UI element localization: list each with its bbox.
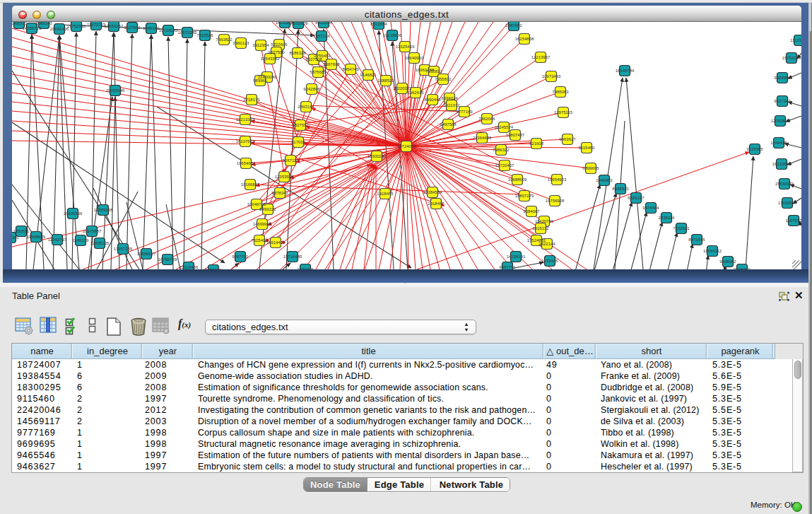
svg-text:10973493: 10973493 <box>542 74 561 78</box>
svg-text:8454749: 8454749 <box>342 67 359 71</box>
svg-text:15692971: 15692971 <box>775 182 794 186</box>
svg-text:16033809: 16033809 <box>289 22 308 25</box>
svg-text:1850511: 1850511 <box>13 229 30 233</box>
svg-text:19752318: 19752318 <box>67 24 86 28</box>
svg-text:1232346: 1232346 <box>205 268 222 269</box>
svg-text:10975887: 10975887 <box>83 229 102 233</box>
svg-text:17957255: 17957255 <box>114 247 133 251</box>
svg-text:16543382: 16543382 <box>261 57 280 61</box>
svg-text:10654112: 10654112 <box>703 249 722 253</box>
svg-text:7663822: 7663822 <box>216 37 233 42</box>
svg-text:1615132: 1615132 <box>532 226 549 230</box>
svg-text:3660123: 3660123 <box>233 41 249 45</box>
svg-text:3912954: 3912954 <box>252 43 269 47</box>
svg-text:16154808: 16154808 <box>515 37 534 41</box>
svg-text:1733426: 1733426 <box>541 259 558 263</box>
svg-text:10719185: 10719185 <box>159 28 178 33</box>
svg-text:10671385: 10671385 <box>178 30 197 35</box>
svg-text:1405571: 1405571 <box>12 22 28 25</box>
svg-text:2755461: 2755461 <box>314 54 331 58</box>
svg-text:10653267: 10653267 <box>105 24 124 28</box>
svg-text:18807279: 18807279 <box>515 194 534 198</box>
svg-text:9329996: 9329996 <box>774 76 791 80</box>
svg-text:8186328: 8186328 <box>289 51 306 55</box>
svg-text:5493222: 5493222 <box>259 207 276 211</box>
svg-text:16914479: 16914479 <box>266 240 286 245</box>
svg-text:13325419: 13325419 <box>396 45 415 49</box>
svg-text:15720407: 15720407 <box>495 163 514 168</box>
svg-text:11072733: 11072733 <box>87 23 106 27</box>
svg-text:12323466: 12323466 <box>180 265 199 269</box>
svg-text:19654923: 19654923 <box>548 177 567 182</box>
svg-text:6899695: 6899695 <box>582 166 599 170</box>
svg-text:8990443: 8990443 <box>424 98 441 102</box>
svg-text:7632621: 7632621 <box>673 226 690 230</box>
svg-text:2367608: 2367608 <box>323 62 340 66</box>
svg-text:9245652: 9245652 <box>719 259 736 264</box>
svg-text:1145139: 1145139 <box>73 238 90 243</box>
svg-text:9242848: 9242848 <box>303 87 320 91</box>
svg-text:3915301: 3915301 <box>12 235 19 240</box>
svg-text:9245652: 9245652 <box>734 267 751 269</box>
svg-text:8813054: 8813054 <box>315 22 332 25</box>
svg-text:6466160: 6466160 <box>143 26 160 30</box>
svg-text:10807487: 10807487 <box>506 133 525 137</box>
svg-text:9457791: 9457791 <box>232 255 249 259</box>
svg-text:1167533: 1167533 <box>786 218 801 223</box>
svg-text:1362615: 1362615 <box>407 90 424 95</box>
svg-text:1440953: 1440953 <box>596 178 613 182</box>
svg-text:3215955: 3215955 <box>746 147 763 151</box>
svg-text:16782759: 16782759 <box>158 257 177 262</box>
svg-text:8938923: 8938923 <box>612 187 629 191</box>
svg-text:6934024: 6934024 <box>441 96 458 100</box>
svg-text:7986322: 7986322 <box>493 148 510 152</box>
svg-text:7515526: 7515526 <box>196 33 213 37</box>
svg-text:9474444: 9474444 <box>642 206 659 210</box>
svg-text:19166827: 19166827 <box>241 182 260 187</box>
svg-text:17016504: 17016504 <box>778 201 797 205</box>
svg-text:5875685: 5875685 <box>310 70 326 74</box>
svg-text:621608: 621608 <box>529 141 544 146</box>
svg-text:9463627: 9463627 <box>559 137 576 141</box>
svg-text:7485063: 7485063 <box>552 90 569 94</box>
svg-text:2087682: 2087682 <box>505 23 522 28</box>
svg-text:5322605: 5322605 <box>271 42 288 47</box>
svg-text:9115460: 9115460 <box>579 146 596 150</box>
svg-text:19218906: 19218906 <box>383 33 402 37</box>
svg-text:21364436: 21364436 <box>473 136 492 140</box>
svg-text:20206536: 20206536 <box>64 211 83 216</box>
svg-text:317004: 317004 <box>291 140 306 144</box>
svg-text:16107553: 16107553 <box>236 139 255 144</box>
svg-text:1527602: 1527602 <box>124 25 141 30</box>
svg-text:9146821: 9146821 <box>360 73 377 77</box>
svg-text:1621072: 1621072 <box>443 103 460 107</box>
svg-text:14699948: 14699948 <box>253 222 272 226</box>
svg-text:1733426: 1733426 <box>297 267 314 269</box>
svg-text:20053346: 20053346 <box>106 88 125 93</box>
svg-text:2935114: 2935114 <box>659 216 676 220</box>
svg-text:12093822: 12093822 <box>771 119 790 123</box>
svg-text:9457791: 9457791 <box>499 265 516 269</box>
svg-text:10688609: 10688609 <box>508 177 527 182</box>
svg-text:17359928: 17359928 <box>94 208 113 212</box>
svg-text:15751074: 15751074 <box>782 56 801 60</box>
svg-text:12975115: 12975115 <box>554 110 573 115</box>
svg-text:16210643: 16210643 <box>772 162 792 166</box>
svg-text:1918455: 1918455 <box>428 201 445 206</box>
svg-text:2522144: 2522144 <box>539 242 555 246</box>
svg-text:15300203: 15300203 <box>367 154 387 158</box>
svg-text:7462066: 7462066 <box>478 117 495 121</box>
svg-text:1588520: 1588520 <box>377 78 394 83</box>
svg-text:12505135: 12505135 <box>90 241 110 245</box>
svg-text:2718179: 2718179 <box>243 98 260 102</box>
svg-text:19384554: 19384554 <box>423 190 442 194</box>
svg-text:19756928: 19756928 <box>546 199 565 203</box>
svg-text:1918455: 1918455 <box>377 192 394 196</box>
svg-text:12213363: 12213363 <box>236 117 255 122</box>
svg-text:12353504: 12353504 <box>275 175 294 179</box>
svg-text:16640910: 16640910 <box>405 56 424 60</box>
svg-text:2069140: 2069140 <box>35 22 52 25</box>
svg-text:15716485: 15716485 <box>283 255 302 259</box>
svg-text:7357224: 7357224 <box>313 34 330 38</box>
svg-text:11420746: 11420746 <box>535 219 554 223</box>
